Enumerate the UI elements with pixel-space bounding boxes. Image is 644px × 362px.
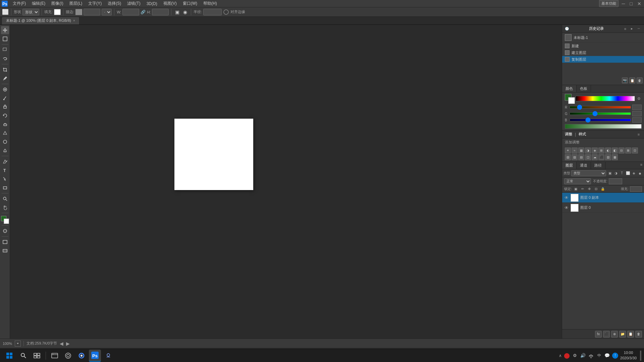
layer-mask-btn[interactable]: ⬛	[603, 331, 610, 338]
adj-posterize-icon[interactable]: ▧	[565, 154, 571, 160]
layer-visibility-copy[interactable]: 👁	[564, 195, 569, 200]
type-tool[interactable]: T	[1, 166, 9, 174]
eraser-tool[interactable]	[1, 120, 9, 128]
layer-filter-toggle[interactable]: ●	[637, 171, 643, 176]
g-slider[interactable]	[570, 112, 631, 115]
shape-tool[interactable]	[1, 184, 9, 192]
link-proportions-icon[interactable]: 🔗	[141, 10, 146, 14]
move-tool[interactable]	[1, 26, 9, 34]
lock-all-btn[interactable]: 🔒	[600, 186, 605, 192]
swatches-tab[interactable]: 色板	[577, 85, 591, 92]
document-tab-close[interactable]: ×	[73, 19, 75, 22]
blur-tool[interactable]	[1, 138, 9, 146]
adj-brightness-icon[interactable]: ☀	[565, 147, 571, 154]
menu-image[interactable]: 图像(I)	[49, 0, 66, 7]
stroke-color-swatch[interactable]	[75, 9, 82, 15]
taskbar-taskview-btn[interactable]	[31, 350, 43, 362]
opacity-input[interactable]: 100%	[609, 178, 622, 184]
align-btn-2[interactable]: ◉	[182, 9, 189, 15]
history-panel-menu-btn[interactable]: ≡	[623, 26, 628, 32]
lock-paint-btn[interactable]: ✏	[580, 186, 585, 192]
adj-photo-filter-icon[interactable]: ◧	[612, 147, 618, 154]
lock-position-btn[interactable]: ✙	[587, 186, 592, 192]
tray-notification-icon[interactable]: !	[612, 353, 618, 359]
menu-select[interactable]: 选择(S)	[105, 0, 124, 7]
foreground-background-colors[interactable]	[1, 216, 9, 224]
adj-color-balance-icon[interactable]: ⊞	[598, 147, 604, 154]
history-panel-collapse-btn[interactable]: ╌	[636, 26, 641, 32]
adj-exposure-icon[interactable]: ☁	[592, 154, 598, 160]
taskbar-photoshop-btn[interactable]: Ps	[89, 350, 101, 362]
layer-fx-btn[interactable]: fx	[595, 331, 602, 338]
selection-tool[interactable]	[1, 46, 9, 54]
layer-visibility-0[interactable]: 👁	[564, 205, 569, 210]
layer-item-copy[interactable]: 👁 图层 0 副本	[562, 193, 644, 203]
hand-tool[interactable]	[1, 203, 9, 212]
quick-mask-btn[interactable]	[1, 227, 9, 235]
tray-language-icon[interactable]: 中	[596, 353, 602, 359]
history-item-duplayer[interactable]: 复制图层	[562, 56, 644, 63]
pen-tool[interactable]	[1, 158, 9, 166]
background-color[interactable]	[4, 219, 9, 224]
lock-artboard-btn[interactable]: ⊟	[593, 186, 599, 192]
adj-color-lookup-icon[interactable]: ⊠	[625, 147, 631, 154]
layer-filter-smart-icon[interactable]: ◈	[631, 171, 637, 176]
menu-type[interactable]: 文字(Y)	[86, 0, 104, 7]
layer-filter-adjust-icon[interactable]: ◑	[613, 171, 619, 176]
lasso-tool[interactable]	[1, 55, 9, 63]
tray-overflow-btn[interactable]: ∧	[559, 353, 562, 358]
history-newdoc-btn[interactable]: 📋	[629, 77, 635, 83]
history-panel-expand-btn[interactable]: ▸	[629, 26, 635, 32]
menu-file[interactable]: 文件(F)	[10, 0, 29, 7]
layer-new-btn[interactable]: 📋	[627, 331, 634, 338]
tray-wechat-icon[interactable]: 💬	[604, 353, 610, 359]
adjustments-tab[interactable]: 调整	[565, 132, 572, 137]
menu-3d[interactable]: 3D(D)	[144, 1, 160, 7]
menu-edit[interactable]: 编辑(E)	[29, 0, 48, 7]
path-select-tool[interactable]	[1, 175, 9, 183]
layer-group-btn[interactable]: 📁	[619, 331, 626, 338]
layer-adjustment-btn[interactable]: ⊕	[611, 331, 618, 338]
stamp-tool[interactable]	[1, 103, 9, 111]
crop-tool[interactable]	[1, 66, 9, 74]
taskbar-chrome-btn[interactable]	[75, 350, 88, 362]
r-slider[interactable]	[570, 106, 631, 109]
minimize-btn[interactable]: ─	[621, 1, 627, 6]
layer-filter-pixel-icon[interactable]: ▣	[607, 171, 612, 176]
color-panel-settings-btn[interactable]: ⚙	[636, 96, 642, 101]
menu-window[interactable]: 窗口(W)	[180, 0, 200, 7]
fill-input[interactable]: 100%	[630, 186, 642, 192]
brush-tool[interactable]	[1, 94, 9, 102]
lock-transparent-btn[interactable]: ▣	[573, 186, 579, 192]
tray-network-icon[interactable]	[588, 353, 594, 359]
taskbar-search-btn[interactable]	[17, 350, 30, 362]
layer-delete-btn[interactable]: 🗑	[635, 331, 642, 338]
width-input[interactable]	[122, 9, 139, 15]
height-input[interactable]	[152, 9, 169, 15]
adj-curves-icon[interactable]: ≈	[572, 147, 578, 154]
styles-tab[interactable]: 样式	[579, 132, 586, 137]
extra-tools-btn[interactable]	[1, 247, 9, 255]
adj-black-white-icon[interactable]: ◐	[605, 147, 611, 154]
shape-select[interactable]: 形状	[22, 9, 39, 15]
history-item-new[interactable]: 新建	[562, 43, 644, 49]
adj-channel-mix-icon[interactable]: ⊟	[619, 147, 625, 154]
zoom-menu-btn[interactable]	[15, 341, 21, 347]
history-item-newlayer[interactable]: 建立图层	[562, 49, 644, 56]
adj-vibrance-icon[interactable]: ◈	[592, 147, 598, 154]
close-btn[interactable]: ✕	[636, 1, 643, 6]
workspace-button[interactable]: 基本功能	[599, 0, 619, 7]
screen-mode-btn[interactable]	[1, 238, 9, 246]
color-fg-bg-swatches[interactable]	[565, 94, 574, 103]
tray-antivirus-icon[interactable]: ⬤	[564, 353, 570, 359]
artboard-tool[interactable]	[1, 35, 9, 43]
color-tab[interactable]: 颜色	[562, 85, 577, 92]
channels-tab[interactable]: 通道	[577, 162, 591, 169]
adj-gradient-icon[interactable]: ▤	[578, 154, 584, 160]
history-delete-btn[interactable]: 🗑	[637, 77, 643, 83]
tray-volume-icon[interactable]: 🔊	[580, 353, 586, 359]
layer-filter-type-icon[interactable]: T	[619, 171, 625, 176]
adj-hue-icon[interactable]: ◑	[585, 147, 591, 154]
adj-invert-icon[interactable]: ⊡	[632, 147, 638, 154]
stroke-type-select[interactable]: ─	[102, 9, 112, 15]
